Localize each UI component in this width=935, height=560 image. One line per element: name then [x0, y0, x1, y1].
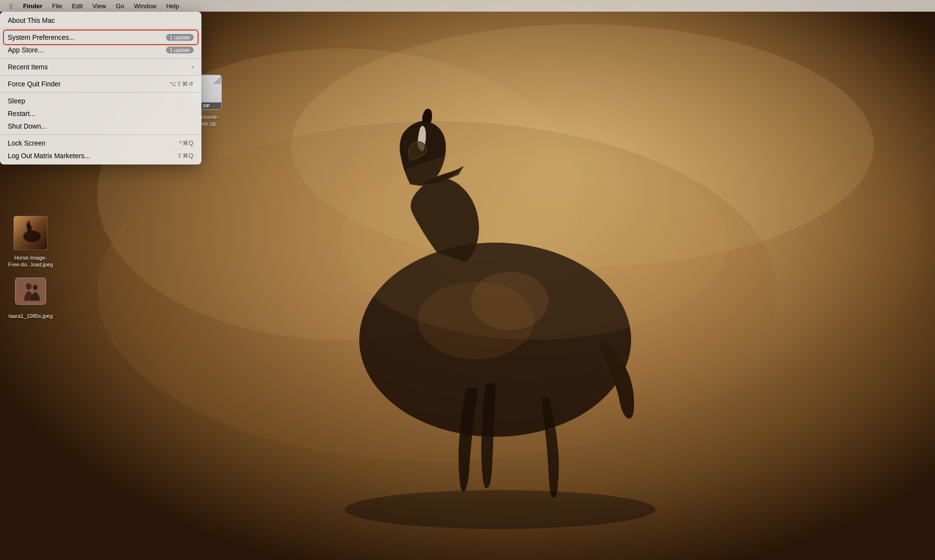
horse-jpeg-label: Horse-Image-Free-do...load.jpeg — [8, 254, 53, 268]
svg-rect-17 — [16, 278, 46, 304]
taara-jpeg-label: taara1_1080x.jpeg — [8, 313, 52, 319]
menubar-file[interactable]: File — [47, 0, 67, 12]
menubar-view[interactable]: View — [88, 0, 111, 12]
menu-item-recent-items-label: Recent Items — [8, 63, 48, 71]
menu-item-logout-label: Log Out Matrix Marketers... — [8, 152, 90, 160]
menubar-edit[interactable]: Edit — [67, 0, 87, 12]
menu-item-about[interactable]: About This Mac — [0, 14, 201, 27]
svg-point-9 — [340, 146, 728, 340]
svg-point-12 — [23, 231, 41, 242]
apple-menu-button[interactable]:  — [4, 0, 18, 12]
menu-item-system-prefs-label: System Preferences... — [8, 33, 75, 41]
separator-2 — [0, 58, 201, 59]
menu-item-sleep[interactable]: Sleep — [0, 95, 201, 107]
app-store-badge: 1 update — [166, 47, 194, 53]
menu-item-about-label: About This Mac — [8, 16, 55, 24]
menubar-help[interactable]: Help — [161, 0, 184, 12]
horse-jpeg-icon — [11, 214, 50, 252]
separator-1 — [0, 29, 201, 29]
separator-5 — [0, 134, 201, 135]
menu-item-restart[interactable]: Restart... — [0, 107, 201, 120]
menu-item-restart-label: Restart... — [8, 110, 35, 117]
menubar-finder[interactable]: Finder — [18, 0, 47, 12]
menu-item-logout[interactable]: Log Out Matrix Marketers... ⇧⌘Q — [0, 149, 201, 162]
menu-item-lock-screen[interactable]: Lock Screen ^⌘Q — [0, 137, 201, 149]
separator-3 — [0, 75, 201, 76]
recent-items-right: › — [192, 64, 194, 70]
menu-item-app-store-label: App Store... — [8, 46, 44, 54]
menu-item-recent-items[interactable]: Recent Items › — [0, 61, 201, 73]
recent-items-arrow: › — [192, 64, 194, 70]
apple-dropdown-menu: About This Mac System Preferences... 1 u… — [0, 12, 201, 165]
taara-jpeg-icon — [11, 272, 50, 311]
menu-item-app-store[interactable]: App Store... 1 update — [0, 44, 201, 56]
app-store-right: 1 update — [166, 47, 194, 53]
force-quit-shortcut: ⌥⇧⌘↺ — [169, 81, 194, 87]
menu-item-force-quit[interactable]: Force Quit Finder ⌥⇧⌘↺ — [0, 78, 201, 90]
menu-item-force-quit-label: Force Quit Finder — [8, 80, 61, 88]
menu-item-shutdown[interactable]: Shut Down... — [0, 120, 201, 132]
menubar-window[interactable]: Window — [129, 0, 161, 12]
desktop-item-horse-jpeg[interactable]: Horse-Image-Free-do...load.jpeg — [4, 214, 57, 268]
couple-thumbnail-svg — [16, 278, 46, 305]
horse-jpeg-thumbnail — [14, 216, 48, 250]
desktop-item-taara-jpeg[interactable]: taara1_1080x.jpeg — [4, 272, 57, 319]
separator-4 — [0, 92, 201, 93]
menu-item-sleep-label: Sleep — [8, 97, 25, 105]
system-prefs-right: 1 update — [166, 34, 194, 41]
menubar:  Finder File Edit View Go Window Help — [0, 0, 935, 12]
taara-thumbnail — [15, 278, 46, 305]
logout-shortcut: ⇧⌘Q — [177, 152, 194, 159]
lock-screen-shortcut: ^⌘Q — [179, 140, 194, 147]
svg-point-8 — [345, 490, 655, 529]
menu-item-system-prefs[interactable]: System Preferences... 1 update — [0, 31, 201, 44]
menu-item-shutdown-label: Shut Down... — [8, 122, 47, 130]
menubar-go[interactable]: Go — [111, 0, 129, 12]
system-prefs-badge: 1 update — [166, 34, 194, 41]
menu-item-lock-screen-label: Lock Screen — [8, 139, 46, 147]
